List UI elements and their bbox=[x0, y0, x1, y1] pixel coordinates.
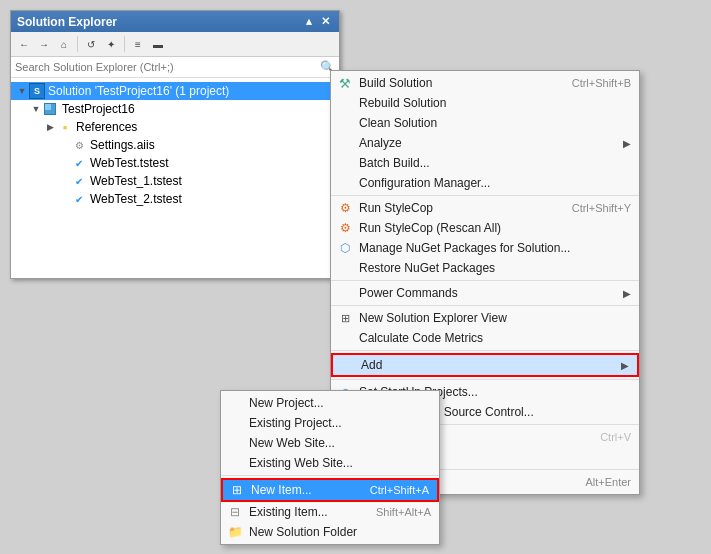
submenu-existing-website[interactable]: Existing Web Site... bbox=[221, 453, 439, 473]
menu-build-solution[interactable]: ⚒ Build Solution Ctrl+Shift+B bbox=[331, 73, 639, 93]
submenu-sep1 bbox=[221, 475, 439, 476]
star-button[interactable]: ✦ bbox=[102, 35, 120, 53]
restore-nuget-label: Restore NuGet Packages bbox=[359, 261, 495, 275]
menu-add[interactable]: Add ▶ bbox=[331, 353, 639, 377]
stylecop-icon: ⚙ bbox=[337, 200, 353, 216]
run-stylecop-rescan-label: Run StyleCop (Rescan All) bbox=[359, 221, 501, 235]
menu-clean-solution[interactable]: Clean Solution bbox=[331, 113, 639, 133]
new-solution-explorer-view-label: New Solution Explorer View bbox=[359, 311, 507, 325]
power-commands-label: Power Commands bbox=[359, 286, 458, 300]
menu-power-commands[interactable]: Power Commands ▶ bbox=[331, 283, 639, 303]
home-button[interactable]: ⌂ bbox=[55, 35, 73, 53]
build-solution-shortcut: Ctrl+Shift+B bbox=[552, 77, 631, 89]
webtest1-icon: ✔ bbox=[71, 155, 87, 171]
rebuild-solution-label: Rebuild Solution bbox=[359, 96, 446, 110]
existing-item-icon: ⊟ bbox=[227, 504, 243, 520]
search-input[interactable] bbox=[15, 61, 320, 73]
minimize-button[interactable]: ▬ bbox=[149, 35, 167, 53]
paste-shortcut: Ctrl+V bbox=[580, 431, 631, 443]
webtest2-label: WebTest_1.tstest bbox=[90, 174, 182, 188]
references-expand-icon[interactable]: ▶ bbox=[43, 120, 57, 134]
se-search-bar: 🔍 bbox=[11, 57, 339, 78]
add-label: Add bbox=[361, 358, 382, 372]
project-node[interactable]: ▼ TestProject16 bbox=[11, 100, 339, 118]
settings-file-node[interactable]: ▶ ⚙ Settings.aiis bbox=[11, 136, 339, 154]
existing-project-label: Existing Project... bbox=[249, 416, 342, 430]
references-label: References bbox=[76, 120, 137, 134]
new-item-label: New Item... bbox=[251, 483, 312, 497]
se-tree: ▼ S Solution 'TestProject16' (1 project)… bbox=[11, 78, 339, 278]
new-solution-folder-label: New Solution Folder bbox=[249, 525, 357, 539]
analyze-arrow-icon: ▶ bbox=[623, 138, 631, 149]
batch-build-label: Batch Build... bbox=[359, 156, 430, 170]
manage-nuget-label: Manage NuGet Packages for Solution... bbox=[359, 241, 570, 255]
submenu-existing-item[interactable]: ⊟ Existing Item... Shift+Alt+A bbox=[221, 502, 439, 522]
nuget-icon: ⬡ bbox=[337, 240, 353, 256]
power-commands-arrow-icon: ▶ bbox=[623, 288, 631, 299]
se-toolbar: ← → ⌂ ↺ ✦ ≡ ▬ bbox=[11, 32, 339, 57]
refresh-button[interactable]: ↺ bbox=[82, 35, 100, 53]
existing-website-label: Existing Web Site... bbox=[249, 456, 353, 470]
menu-button[interactable]: ≡ bbox=[129, 35, 147, 53]
webtest3-node[interactable]: ▶ ✔ WebTest_2.tstest bbox=[11, 190, 339, 208]
project-expand-icon[interactable]: ▼ bbox=[29, 102, 43, 116]
menu-sep2 bbox=[331, 280, 639, 281]
menu-run-stylecop[interactable]: ⚙ Run StyleCop Ctrl+Shift+Y bbox=[331, 198, 639, 218]
build-solution-label: Build Solution bbox=[359, 76, 432, 90]
solution-explorer-titlebar: Solution Explorer ▴ ✕ bbox=[11, 11, 339, 32]
clean-solution-label: Clean Solution bbox=[359, 116, 437, 130]
menu-sep4 bbox=[331, 350, 639, 351]
webtest1-node[interactable]: ▶ ✔ WebTest.tstest bbox=[11, 154, 339, 172]
solution-label: Solution 'TestProject16' (1 project) bbox=[48, 84, 229, 98]
new-item-shortcut: Ctrl+Shift+A bbox=[350, 484, 429, 496]
solution-node[interactable]: ▼ S Solution 'TestProject16' (1 project) bbox=[11, 82, 339, 100]
add-arrow-icon: ▶ bbox=[621, 360, 629, 371]
solution-folder-icon: 📁 bbox=[227, 524, 243, 540]
menu-config-manager[interactable]: Configuration Manager... bbox=[331, 173, 639, 193]
stylecop-rescan-icon: ⚙ bbox=[337, 220, 353, 236]
menu-sep1 bbox=[331, 195, 639, 196]
menu-rebuild-solution[interactable]: Rebuild Solution bbox=[331, 93, 639, 113]
menu-manage-nuget[interactable]: ⬡ Manage NuGet Packages for Solution... bbox=[331, 238, 639, 258]
menu-new-solution-explorer-view[interactable]: ⊞ New Solution Explorer View bbox=[331, 308, 639, 328]
run-stylecop-label: Run StyleCop bbox=[359, 201, 433, 215]
existing-item-label: Existing Item... bbox=[249, 505, 328, 519]
webtest1-label: WebTest.tstest bbox=[90, 156, 168, 170]
menu-calculate-metrics[interactable]: Calculate Code Metrics bbox=[331, 328, 639, 348]
menu-run-stylecop-rescan[interactable]: ⚙ Run StyleCop (Rescan All) bbox=[331, 218, 639, 238]
toolbar-sep1 bbox=[77, 36, 78, 52]
calculate-metrics-label: Calculate Code Metrics bbox=[359, 331, 483, 345]
run-stylecop-shortcut: Ctrl+Shift+Y bbox=[552, 202, 631, 214]
menu-sep5 bbox=[331, 379, 639, 380]
solution-explorer-panel: Solution Explorer ▴ ✕ ← → ⌂ ↺ ✦ ≡ ▬ 🔍 ▼ … bbox=[10, 10, 340, 279]
menu-sep3 bbox=[331, 305, 639, 306]
solution-icon: S bbox=[29, 83, 45, 99]
new-item-icon: ⊞ bbox=[229, 482, 245, 498]
references-folder-icon: ▪ bbox=[57, 119, 73, 135]
submenu-new-website[interactable]: New Web Site... bbox=[221, 433, 439, 453]
pin-button[interactable]: ▴ bbox=[303, 14, 315, 29]
submenu-new-project[interactable]: New Project... bbox=[221, 393, 439, 413]
new-website-label: New Web Site... bbox=[249, 436, 335, 450]
explorer-view-icon: ⊞ bbox=[337, 310, 353, 326]
solution-explorer-title: Solution Explorer bbox=[17, 15, 117, 29]
titlebar-buttons: ▴ ✕ bbox=[303, 14, 333, 29]
solution-expand-icon[interactable]: ▼ bbox=[15, 84, 29, 98]
menu-restore-nuget[interactable]: Restore NuGet Packages bbox=[331, 258, 639, 278]
project-icon bbox=[43, 101, 59, 117]
submenu-new-item[interactable]: ⊞ New Item... Ctrl+Shift+A bbox=[221, 478, 439, 502]
existing-item-shortcut: Shift+Alt+A bbox=[356, 506, 431, 518]
forward-button[interactable]: → bbox=[35, 35, 53, 53]
close-button[interactable]: ✕ bbox=[318, 14, 333, 29]
properties-shortcut: Alt+Enter bbox=[565, 476, 631, 488]
settings-file-icon: ⚙ bbox=[71, 137, 87, 153]
menu-analyze[interactable]: Analyze ▶ bbox=[331, 133, 639, 153]
menu-batch-build[interactable]: Batch Build... bbox=[331, 153, 639, 173]
references-node[interactable]: ▶ ▪ References bbox=[11, 118, 339, 136]
webtest3-label: WebTest_2.tstest bbox=[90, 192, 182, 206]
submenu-existing-project[interactable]: Existing Project... bbox=[221, 413, 439, 433]
submenu-new-solution-folder[interactable]: 📁 New Solution Folder bbox=[221, 522, 439, 542]
config-manager-label: Configuration Manager... bbox=[359, 176, 490, 190]
webtest2-node[interactable]: ▶ ✔ WebTest_1.tstest bbox=[11, 172, 339, 190]
back-button[interactable]: ← bbox=[15, 35, 33, 53]
